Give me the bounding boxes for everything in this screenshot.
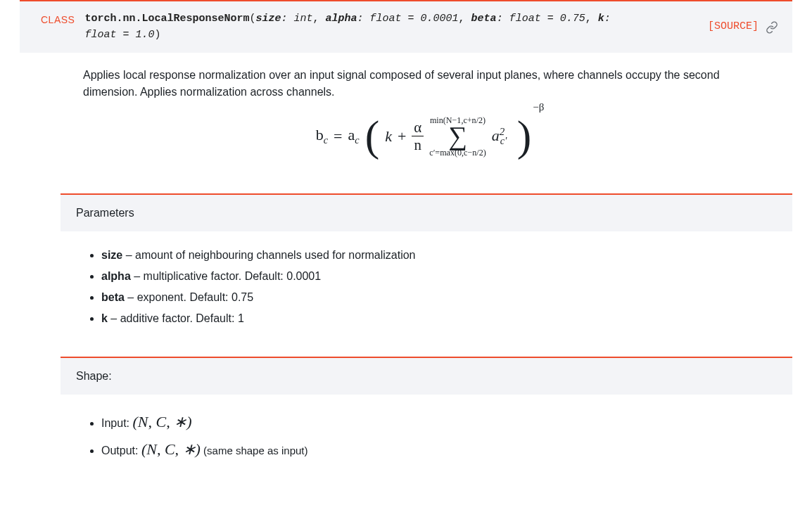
shape-item: Input: (N, C, ∗): [101, 410, 777, 433]
source-link[interactable]: [SOURCE]: [708, 19, 759, 35]
parameter-item: alpha – multiplicative factor. Default: …: [101, 268, 777, 285]
parameter-item: size – amount of neighbouring channels u…: [101, 247, 777, 264]
shape-section: Shape: Input: (N, C, ∗)Output: (N, C, ∗)…: [61, 357, 792, 478]
shape-list: Input: (N, C, ∗)Output: (N, C, ∗) (same …: [86, 410, 777, 461]
parameter-item: k – additive factor. Default: 1: [101, 310, 777, 327]
class-tag: CLASS: [41, 11, 75, 27]
class-signature: torch.nn.LocalResponseNorm(size: int, al…: [84, 11, 647, 43]
class-description: Applies local response normalization ove…: [83, 67, 775, 101]
parameters-heading: Parameters: [61, 195, 792, 231]
shape-item: Output: (N, C, ∗) (same shape as input): [101, 437, 777, 461]
parameter-item: beta – exponent. Default: 0.75: [101, 289, 777, 306]
parameters-list: size – amount of neighbouring channels u…: [86, 247, 777, 327]
parameters-section: Parameters size – amount of neighbouring…: [61, 193, 792, 344]
shape-heading: Shape:: [61, 358, 792, 395]
permalink-icon[interactable]: [766, 21, 778, 34]
class-signature-block: CLASS torch.nn.LocalResponseNorm(size: i…: [20, 0, 792, 53]
formula: bc = ac ( k + α n min(N−1,c+n/2) ∑ c′=ma…: [83, 116, 775, 157]
